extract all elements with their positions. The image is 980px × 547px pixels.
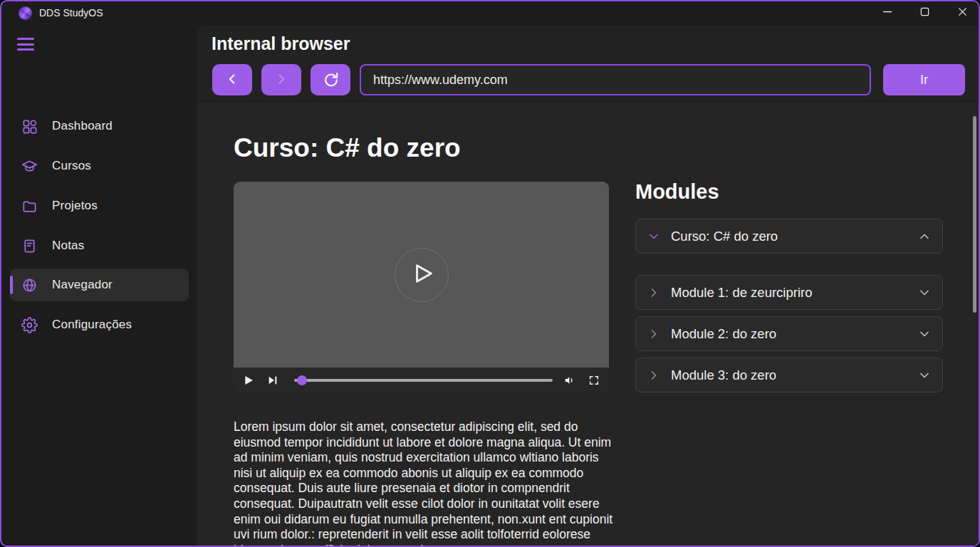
chevron-right-icon [647, 327, 661, 341]
module-item-2[interactable]: Module 2: do zero [635, 316, 943, 351]
app-title: DDS StudyOS [39, 7, 103, 19]
sidebar-item-label: Cursos [52, 159, 91, 173]
titlebar: DDS StudyOS [1, 1, 979, 26]
module-item-label: Curso: C# do zero [671, 229, 778, 244]
volume-button[interactable] [564, 375, 575, 386]
video-player [234, 182, 609, 393]
chevron-right-icon [273, 71, 289, 89]
sidebar-item-dashboard[interactable]: Dashboard [10, 110, 189, 142]
sidebar-item-notas[interactable]: Notas [10, 229, 189, 262]
chevron-down-icon[interactable] [917, 368, 932, 382]
browser-title: Internal browser [212, 33, 350, 54]
chevron-right-icon [647, 286, 661, 300]
module-item-course[interactable]: Curso: C# do zero [635, 219, 943, 254]
chevron-right-icon [647, 368, 661, 382]
chevron-up-icon[interactable] [917, 229, 932, 244]
dashboard-grid-icon [21, 118, 38, 135]
sidebar-item-label: Notas [52, 239, 84, 253]
module-item-3[interactable]: Module 3: do zero [635, 358, 943, 392]
go-button[interactable]: Ir [883, 64, 965, 95]
maximize-icon [920, 6, 929, 19]
url-input[interactable] [360, 64, 871, 95]
app-window: DDS StudyOS Dashboard Cursos [0, 0, 980, 547]
sidebar-item-label: Navegador [52, 278, 113, 292]
seek-bar[interactable] [294, 375, 553, 385]
sidebar-item-label: Configurações [52, 318, 132, 332]
sidebar-item-configuracoes[interactable]: Configurações [10, 308, 189, 341]
refresh-button[interactable] [311, 64, 350, 95]
graduation-cap-icon [21, 158, 38, 174]
chevron-left-icon [224, 71, 240, 89]
module-item-label: Module 1: de zeurcipriro [671, 285, 812, 301]
chevron-down-icon[interactable] [917, 327, 932, 341]
sidebar-item-label: Dashboard [52, 119, 113, 133]
chevron-down-icon[interactable] [917, 286, 932, 300]
sidebar-item-navegador[interactable]: Navegador [10, 269, 189, 301]
module-item-1[interactable]: Module 1: de zeurcipriro [635, 275, 943, 310]
hamburger-icon[interactable] [17, 38, 34, 51]
module-item-label: Module 3: do zero [671, 368, 776, 383]
modules-heading: Modules [635, 180, 719, 204]
sidebar-item-label: Projetos [52, 199, 98, 213]
sidebar-item-cursos[interactable]: Cursos [10, 150, 189, 182]
note-icon [21, 238, 38, 254]
video-area[interactable] [234, 182, 609, 368]
minimize-button[interactable] [871, 1, 904, 24]
play-button[interactable] [243, 375, 254, 386]
fullscreen-button[interactable] [588, 375, 600, 386]
seek-track [294, 379, 553, 382]
play-overlay-button[interactable] [395, 248, 449, 302]
gear-icon [21, 317, 38, 333]
scrollbar-thumb[interactable] [973, 116, 976, 313]
forward-button[interactable] [261, 64, 301, 95]
sidebar-item-projetos[interactable]: Projetos [10, 189, 189, 222]
browser-panel: Internal browser Ir Curso: C# do zero [197, 26, 979, 546]
globe-icon [21, 277, 38, 293]
course-description: Lorem ipsum dolor sit amet, consectetur … [234, 420, 614, 547]
maximize-button[interactable] [908, 1, 941, 24]
app-logo-icon [19, 6, 32, 20]
video-controls [234, 368, 609, 393]
close-button[interactable] [946, 1, 979, 24]
folder-icon [21, 198, 38, 214]
sidebar: Dashboard Cursos Projetos Notas Navegado [1, 26, 197, 546]
next-track-button[interactable] [267, 375, 278, 386]
chevron-down-icon [647, 229, 661, 244]
module-item-label: Module 2: do zero [671, 326, 776, 342]
minimize-icon [882, 6, 892, 19]
refresh-icon [323, 71, 338, 89]
course-title: Curso: C# do zero [234, 133, 461, 163]
webpage-content: Curso: C# do zero [197, 101, 979, 546]
seek-thumb[interactable] [297, 375, 307, 385]
play-icon [407, 261, 435, 288]
back-button[interactable] [212, 64, 252, 95]
close-icon [958, 6, 967, 19]
